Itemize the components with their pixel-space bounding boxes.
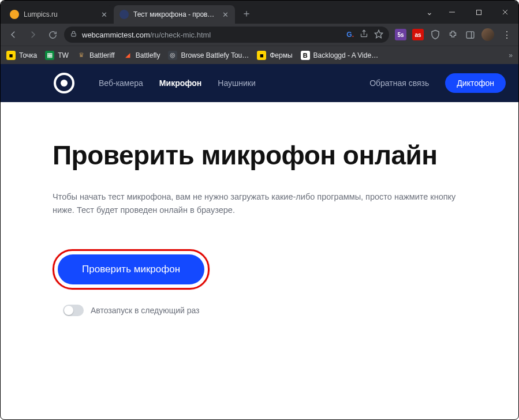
cta-highlight-frame: Проверить микрофон [53, 249, 210, 290]
bookmark-icon: ◎ [168, 51, 177, 60]
nav-microphone[interactable]: Микрофон [159, 78, 201, 88]
tab-strip: Lumpics.ru ✕ Тест микрофона - проверка м… [4, 1, 235, 24]
close-icon[interactable]: ✕ [221, 10, 229, 19]
check-microphone-button[interactable]: Проверить микрофон [58, 254, 204, 284]
bookmark-tw[interactable]: ▦ TW [45, 51, 69, 60]
tab-title: Тест микрофона - проверка ми [133, 10, 216, 18]
tab-search-button[interactable]: ⌄ [420, 7, 439, 17]
address-bar[interactable]: webcammictest.com/ru/check-mic.html G. [64, 27, 389, 43]
nav-webcam[interactable]: Веб-камера [99, 78, 143, 88]
autostart-row: Автозапуск в следующий раз [53, 305, 466, 316]
bookmark-tochka[interactable]: ■ Точка [6, 51, 37, 60]
page-heading: Проверить микрофон онлайн [53, 140, 466, 171]
forward-button[interactable] [25, 27, 41, 43]
bookmarks-overflow-button[interactable]: » [509, 51, 513, 59]
chrome-menu-button[interactable]: ⋮ [500, 29, 514, 40]
bookmark-label: Battleriff [89, 51, 115, 59]
bookmark-backloggd[interactable]: B Backloggd - A Vide… [301, 51, 379, 60]
svg-rect-4 [72, 33, 76, 36]
bookmark-label: Фермы [270, 51, 292, 59]
bookmark-battlefy[interactable]: ◎ Browse Battlefy Tou… [168, 51, 249, 60]
bookmark-label: Backloggd - A Vide… [313, 51, 379, 59]
autostart-toggle[interactable] [63, 305, 84, 316]
nav-feedback[interactable]: Обратная связь [369, 78, 429, 88]
toolbar: webcammictest.com/ru/check-mic.html G. 5… [1, 24, 518, 46]
window-titlebar: Lumpics.ru ✕ Тест микрофона - проверка м… [1, 1, 518, 24]
autostart-label: Автозапуск в следующий раз [91, 306, 200, 315]
favicon-icon [120, 10, 129, 19]
close-icon[interactable]: ✕ [100, 10, 108, 19]
svg-rect-7 [466, 31, 474, 38]
svg-rect-1 [476, 10, 481, 14]
close-button[interactable] [492, 1, 518, 24]
bookmark-star-icon[interactable] [374, 29, 383, 40]
bookmark-icon: ■ [6, 51, 16, 60]
back-button[interactable] [5, 27, 21, 43]
tab-mictest[interactable]: Тест микрофона - проверка ми ✕ [114, 5, 235, 24]
bookmark-icon: ◢ [123, 51, 132, 60]
new-tab-button[interactable]: ＋ [238, 5, 255, 21]
favicon-icon [10, 10, 19, 19]
page-lead-text: Чтобы начать тест микрофона, вам не нужн… [53, 190, 457, 217]
bookmark-icon: ■ [257, 51, 266, 60]
bookmark-label: Browse Battlefy Tou… [181, 51, 249, 59]
side-panel-button[interactable] [464, 29, 476, 40]
bookmark-icon: ♛ [77, 51, 86, 60]
bookmark-fermy[interactable]: ■ Фермы [257, 51, 292, 60]
reload-button[interactable] [44, 27, 61, 43]
nav-headphones[interactable]: Наушники [218, 78, 255, 88]
bookmark-icon: B [301, 51, 310, 60]
omnibox-actions: G. [346, 29, 383, 40]
minimize-button[interactable] [439, 1, 465, 24]
maximize-button[interactable] [465, 1, 492, 24]
url-text: webcammictest.com/ru/check-mic.html [82, 31, 211, 39]
site-logo-icon[interactable] [54, 73, 74, 93]
tab-lumpics[interactable]: Lumpics.ru ✕ [4, 5, 114, 24]
lock-icon [70, 30, 77, 39]
bookmark-battlefly[interactable]: ◢ Battlefly [123, 51, 160, 60]
bookmark-battleriff[interactable]: ♛ Battleriff [77, 51, 115, 60]
google-icon[interactable]: G. [346, 31, 354, 39]
extensions-button[interactable] [447, 29, 458, 40]
ext-5s-icon[interactable]: 5s [395, 29, 406, 40]
extension-area: 5s as ⋮ [393, 28, 514, 41]
page-content: Проверить микрофон онлайн Чтобы начать т… [1, 102, 518, 316]
window-controls: ⌄ [420, 1, 518, 24]
site-navbar: Веб-камера Микрофон Наушники Обратная св… [1, 64, 518, 102]
bookmark-label: Battlefly [136, 51, 160, 59]
share-icon[interactable] [360, 29, 368, 40]
bookmarks-bar: ■ Точка ▦ TW ♛ Battleriff ◢ Battlefly ◎ … [1, 46, 518, 64]
bookmark-label: TW [58, 51, 69, 59]
ext-lastfm-icon[interactable]: as [412, 29, 424, 40]
bookmark-icon: ▦ [45, 51, 54, 60]
profile-avatar[interactable] [481, 28, 494, 41]
svg-marker-6 [375, 30, 382, 38]
bookmark-label: Точка [19, 51, 37, 59]
tab-title: Lumpics.ru [24, 10, 95, 18]
ext-shield-icon[interactable] [430, 29, 441, 40]
nav-recorder-button[interactable]: Диктофон [445, 73, 506, 93]
